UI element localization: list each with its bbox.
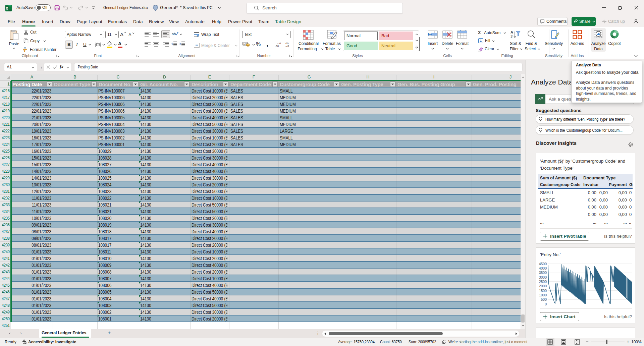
svg-text:.00: .00 [275,45,279,47]
svg-text:ab: ab [172,32,176,36]
svg-text:→0: →0 [285,45,289,47]
svg-text:Z: Z [511,35,513,39]
svg-text:X: X [6,6,8,10]
svg-text:A: A [511,30,513,34]
